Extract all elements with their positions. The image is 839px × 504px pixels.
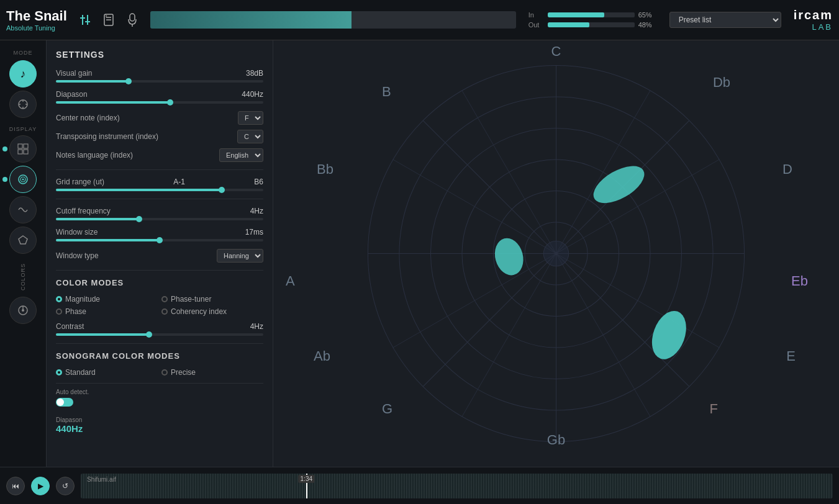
diapason-display-label: Diapason <box>56 416 263 423</box>
level-in-fill <box>548 12 604 17</box>
mode-music-btn[interactable]: ♪ <box>9 60 37 88</box>
note-C: C <box>551 43 561 60</box>
app-name: The Snail <box>6 8 67 24</box>
grid-range-slider[interactable] <box>56 189 263 191</box>
coherency-radio[interactable]: Coherency index <box>161 307 263 316</box>
phase-label: Phase <box>65 307 86 316</box>
play-button[interactable]: ▶ <box>31 477 50 495</box>
visual-gain-slider[interactable] <box>56 80 263 83</box>
magnitude-label: Magnitude <box>65 295 100 304</box>
precise-radio-dot <box>161 369 168 376</box>
display-wave-btn[interactable] <box>9 196 37 223</box>
note-Eb: Eb <box>791 273 808 289</box>
transport-bar: ⏮ ▶ ↺ Shifumi.aif 1:34 <box>0 467 839 504</box>
contrast-fill <box>56 333 149 336</box>
level-in-bar <box>548 12 635 17</box>
colors-btn[interactable] <box>9 297 37 324</box>
rewind-button[interactable]: ⏮ <box>6 477 25 495</box>
waveform-fill <box>81 474 833 498</box>
contrast-row: Contrast 4Hz <box>56 322 263 336</box>
svg-marker-21 <box>19 236 27 244</box>
display-grid-btn[interactable] <box>9 135 37 163</box>
grid-range-label: Grid range (ut) <box>56 178 104 186</box>
filename-label: Shifumi.aif <box>87 476 116 483</box>
diapason-label: Diapason <box>56 90 88 99</box>
standard-radio[interactable]: Standard <box>56 368 158 377</box>
tuning-icon[interactable] <box>76 11 94 29</box>
ircam-text: ircam <box>794 8 833 22</box>
svg-line-35 <box>423 120 556 253</box>
transposing-select[interactable]: C <box>237 130 263 143</box>
display-pentagon-btn[interactable] <box>9 227 37 254</box>
window-type-select[interactable]: Hanning <box>217 249 263 263</box>
magnitude-radio[interactable]: Magnitude <box>56 295 158 304</box>
visual-gain-value: 38dB <box>246 69 263 78</box>
timeline-time: 1:34 <box>299 475 314 483</box>
svg-line-36 <box>423 254 556 387</box>
window-size-slider[interactable] <box>56 239 263 241</box>
preset-select[interactable]: Preset list <box>669 12 781 28</box>
auto-detect-toggle[interactable] <box>56 398 73 407</box>
waveform-timeline[interactable]: Shifumi.aif 1:34 <box>81 474 833 498</box>
center-note-label: Center note (index) <box>56 114 120 122</box>
toggle-knob <box>57 398 64 406</box>
window-size-thumb[interactable] <box>156 237 163 243</box>
top-icons <box>76 11 141 29</box>
note-E: E <box>786 348 796 364</box>
precise-radio[interactable]: Precise <box>161 368 263 377</box>
notes-language-select[interactable]: English <box>219 148 263 162</box>
window-type-label: Window type <box>56 251 99 260</box>
app-title: The Snail Absolute Tuning <box>6 8 67 32</box>
note-A: A <box>286 273 295 289</box>
cutoff-freq-fill <box>56 218 139 220</box>
main-layout: MODE ♪ DISPLAY COLORS SETTINGS <box>0 40 839 467</box>
level-out-pct: 48% <box>638 21 657 29</box>
phase-tuner-label: Phase-tuner <box>171 295 211 304</box>
loop-button[interactable]: ↺ <box>56 477 75 495</box>
visual-gain-thumb[interactable] <box>125 78 132 84</box>
cutoff-freq-slider[interactable] <box>56 218 263 220</box>
contrast-thumb[interactable] <box>146 331 152 338</box>
note-G: G <box>382 401 392 417</box>
level-in-pct: 65% <box>638 11 657 19</box>
mode-tuning-btn[interactable] <box>9 91 37 118</box>
level-out-row: Out 48% <box>528 21 657 29</box>
diapason-value: 440Hz <box>242 90 263 99</box>
display-snail-btn[interactable] <box>9 166 37 193</box>
phase-radio[interactable]: Phase <box>56 307 158 316</box>
microphone-icon[interactable] <box>124 11 141 29</box>
window-size-value: 17ms <box>245 228 263 236</box>
svg-point-24 <box>22 309 24 312</box>
svg-point-48 <box>646 306 692 364</box>
note-D: D <box>782 161 792 178</box>
note-B: B <box>382 84 391 100</box>
phase-tuner-radio[interactable]: Phase-tuner <box>161 295 263 304</box>
svg-line-45 <box>462 91 556 254</box>
svg-rect-17 <box>24 150 28 154</box>
cutoff-freq-value: 4Hz <box>250 207 263 215</box>
grid-range-fill <box>56 189 222 191</box>
window-size-label: Window size <box>56 228 98 236</box>
center-note-select[interactable]: F <box>238 111 263 125</box>
center-note-row: Center note (index) F <box>56 111 263 125</box>
color-modes-group: Magnitude Phase-tuner Phase Coherency in… <box>56 295 263 316</box>
grid-range-max: B6 <box>254 178 263 186</box>
sonogram-color-modes-heading: SONOGRAM COLOR MODES <box>56 351 263 361</box>
lab-text: LAB <box>812 22 833 32</box>
cutoff-freq-label: Cutoff frequency <box>56 207 111 215</box>
svg-line-40 <box>556 254 720 348</box>
visual-gain-row: Visual gain 38dB <box>56 69 263 83</box>
level-out-label: Out <box>528 21 544 29</box>
notes-language-label: Notes language (index) <box>56 151 133 160</box>
phase-radio-dot <box>56 308 62 315</box>
contrast-slider[interactable] <box>56 333 263 336</box>
preset-section: Preset list <box>669 12 781 28</box>
cutoff-freq-thumb[interactable] <box>136 216 142 222</box>
diapason-thumb[interactable] <box>167 99 173 106</box>
diapason-slider[interactable] <box>56 101 263 104</box>
window-size-row: Window size 17ms <box>56 228 263 241</box>
coherency-label: Coherency index <box>171 307 227 316</box>
file-icon[interactable] <box>100 11 117 29</box>
grid-range-thumb[interactable] <box>219 187 225 193</box>
waveform-bar <box>150 11 516 29</box>
